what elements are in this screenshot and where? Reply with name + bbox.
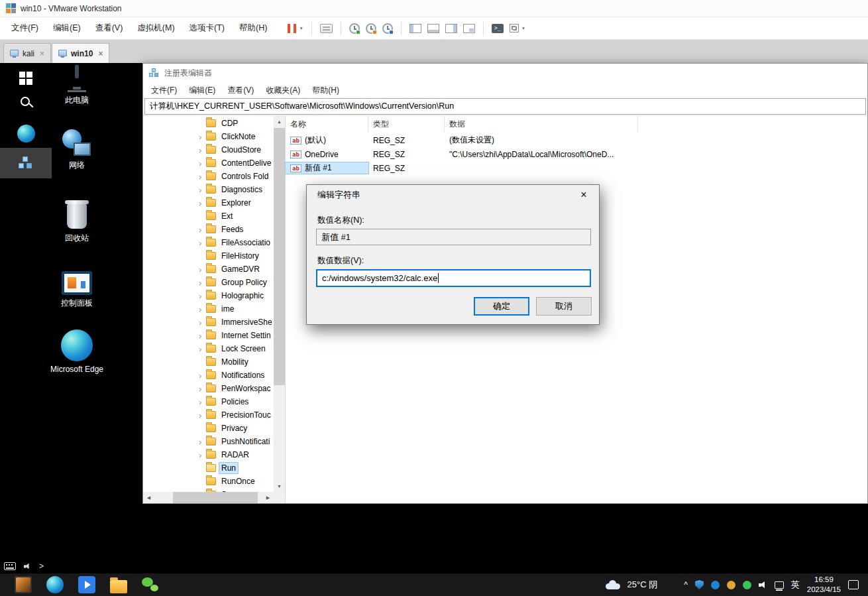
- registry-address-bar[interactable]: 计算机\HKEY_CURRENT_USER\Software\Microsoft…: [144, 98, 866, 115]
- tree-item-Diagnostics[interactable]: ›Diagnostics: [143, 183, 274, 196]
- tree-item-PushNotificati[interactable]: ›PushNotificati: [143, 435, 274, 448]
- desktop-icon-microsoft-edge[interactable]: Microsoft Edge: [46, 329, 107, 375]
- desktop-icon-this-pc[interactable]: 此电脑: [46, 67, 107, 105]
- scroll-up-arrow-icon[interactable]: ▲: [274, 116, 285, 127]
- console-view-button[interactable]: >_: [492, 24, 504, 33]
- take-snapshot-button[interactable]: [349, 23, 360, 34]
- show-status-bar-button[interactable]: [463, 24, 475, 33]
- expand-chevron-icon[interactable]: ›: [199, 133, 206, 141]
- tree-item-Privacy[interactable]: Privacy: [143, 422, 274, 435]
- tree-item-Lock Screen[interactable]: ›Lock Screen: [143, 342, 274, 355]
- tree-item-Run[interactable]: Run: [143, 461, 274, 475]
- expand-chevron-icon[interactable]: ›: [199, 345, 206, 353]
- scroll-right-arrow-icon[interactable]: ▶: [262, 492, 274, 503]
- column-header-name[interactable]: 名称: [286, 116, 368, 132]
- registry-value-row[interactable]: ab新值 #1REG_SZ: [286, 161, 867, 175]
- regedit-menu-item-5[interactable]: 帮助(H): [306, 82, 345, 99]
- tree-vertical-scrollbar[interactable]: ▲ ▼: [274, 116, 285, 492]
- desktop-icon-recycle-bin[interactable]: 回收站: [46, 201, 107, 243]
- tree-item-Explorer[interactable]: ›Explorer: [143, 196, 274, 209]
- file-explorer-icon[interactable]: [110, 580, 127, 593]
- expand-chevron-icon[interactable]: ›: [199, 398, 206, 406]
- search-icon[interactable]: [21, 97, 30, 106]
- defender-shield-icon[interactable]: [695, 580, 704, 589]
- expand-chevron-icon[interactable]: ›: [199, 159, 206, 168]
- expand-chevron-icon[interactable]: ›: [199, 292, 206, 300]
- weather-text[interactable]: 25°C 阴: [627, 579, 658, 591]
- expand-chevron-icon[interactable]: ›: [199, 172, 206, 181]
- dialog-titlebar[interactable]: 编辑字符串: [307, 185, 599, 205]
- tray-app-icon-green[interactable]: [743, 581, 751, 589]
- ime-indicator[interactable]: 英: [791, 579, 800, 591]
- cancel-button[interactable]: 取消: [536, 297, 592, 316]
- vmware-menu-item-1[interactable]: 文件(F): [4, 19, 46, 38]
- tab-kali[interactable]: kali ×: [3, 43, 51, 63]
- expand-chevron-icon[interactable]: ›: [199, 265, 206, 274]
- tree-item-ime[interactable]: ›ime: [143, 302, 274, 316]
- manage-snapshots-button[interactable]: [382, 23, 393, 34]
- tree-item-FileAssociatio[interactable]: ›FileAssociatio: [143, 236, 274, 249]
- registry-value-row[interactable]: ab(默认)REG_SZ(数值未设置): [286, 133, 867, 147]
- expand-chevron-icon[interactable]: ›: [199, 385, 206, 393]
- ok-button[interactable]: 确定: [474, 297, 529, 316]
- expand-chevron-icon[interactable]: ›: [199, 186, 206, 194]
- tree-item-RunOnce[interactable]: RunOnce: [143, 475, 274, 488]
- taskbar-clock[interactable]: 16:59 2023/4/15: [807, 575, 841, 595]
- vmware-menu-item-5[interactable]: 选项卡(T): [182, 19, 232, 38]
- scrollbar-thumb[interactable]: [173, 492, 258, 503]
- expand-chevron-icon[interactable]: ›: [199, 278, 206, 287]
- value-name-field[interactable]: 新值 #1: [316, 229, 591, 245]
- regedit-menu-item-1[interactable]: 文件(F): [145, 82, 183, 99]
- revert-snapshot-button[interactable]: [366, 23, 376, 34]
- regedit-menu-item-2[interactable]: 编辑(E): [183, 82, 221, 99]
- scrollbar-thumb[interactable]: [274, 128, 285, 385]
- close-icon[interactable]: ×: [569, 186, 598, 204]
- vmware-menu-item-4[interactable]: 虚拟机(M): [130, 19, 182, 38]
- tray-app-icon-blue[interactable]: [711, 581, 720, 589]
- column-header-data[interactable]: 数据: [445, 116, 638, 132]
- fullscreen-dropdown-caret-icon[interactable]: ▼: [521, 26, 525, 30]
- expand-chevron-icon[interactable]: ›: [199, 225, 206, 234]
- expand-chevron-icon[interactable]: ›: [199, 331, 206, 340]
- regedit-menu-item-4[interactable]: 收藏夹(A): [260, 82, 306, 99]
- value-data-field[interactable]: c:/windows/system32/calc.exe: [316, 269, 591, 287]
- windows-start-icon[interactable]: [19, 72, 32, 85]
- expand-chevron-icon[interactable]: ›: [199, 239, 206, 247]
- scroll-down-arrow-icon[interactable]: ▼: [274, 481, 285, 492]
- chevron-right-icon[interactable]: >: [39, 562, 44, 571]
- active-app-tile[interactable]: [0, 148, 52, 178]
- desktop-icon-network[interactable]: 网络: [46, 129, 107, 170]
- tree-item-RADAR[interactable]: ›RADAR: [143, 448, 274, 461]
- regedit-titlebar[interactable]: 注册表编辑器: [143, 64, 867, 82]
- registry-value-row[interactable]: abOneDriveREG_SZ"C:\Users\zhi\AppData\Lo…: [286, 147, 867, 161]
- expand-chevron-icon[interactable]: ›: [199, 305, 206, 314]
- expand-chevron-icon[interactable]: ›: [199, 371, 206, 380]
- vmware-menu-item-2[interactable]: 编辑(E): [46, 19, 88, 38]
- wechat-app-icon[interactable]: [142, 576, 159, 593]
- tree-horizontal-scrollbar[interactable]: ◀ ▶: [143, 492, 274, 503]
- tree-item-FileHistory[interactable]: FileHistory: [143, 249, 274, 263]
- column-header-type[interactable]: 类型: [368, 116, 445, 132]
- expand-chevron-icon[interactable]: ›: [199, 199, 206, 208]
- tree-item-Notifications[interactable]: ›Notifications: [143, 369, 274, 382]
- tree-item-Internet Settin[interactable]: ›Internet Settin: [143, 329, 274, 342]
- tree-item-Feeds[interactable]: ›Feeds: [143, 223, 274, 236]
- photos-app-icon[interactable]: [15, 576, 32, 593]
- show-library-button[interactable]: [409, 24, 421, 33]
- scroll-left-arrow-icon[interactable]: ◀: [143, 492, 154, 503]
- edge-taskbar-icon[interactable]: [46, 576, 64, 593]
- tree-item-Ext[interactable]: Ext: [143, 209, 274, 223]
- expand-chevron-icon[interactable]: ›: [199, 438, 206, 446]
- show-hidden-icons-chevron[interactable]: ^: [684, 580, 688, 589]
- show-thumbnail-bar-button[interactable]: [427, 24, 439, 33]
- close-tab-icon[interactable]: ×: [40, 49, 44, 58]
- expand-chevron-icon[interactable]: ›: [199, 318, 206, 327]
- movies-tv-app-icon[interactable]: [78, 576, 95, 593]
- fullscreen-button[interactable]: [510, 24, 519, 32]
- touch-keyboard-icon[interactable]: [4, 562, 16, 570]
- regedit-menu-item-3[interactable]: 查看(V): [221, 82, 260, 99]
- tab-win10[interactable]: win10 ×: [52, 43, 109, 63]
- tree-item-CDP[interactable]: CDP: [143, 117, 274, 130]
- expand-chevron-icon[interactable]: ›: [199, 451, 206, 459]
- tree-item-Holographic[interactable]: ›Holographic: [143, 289, 274, 302]
